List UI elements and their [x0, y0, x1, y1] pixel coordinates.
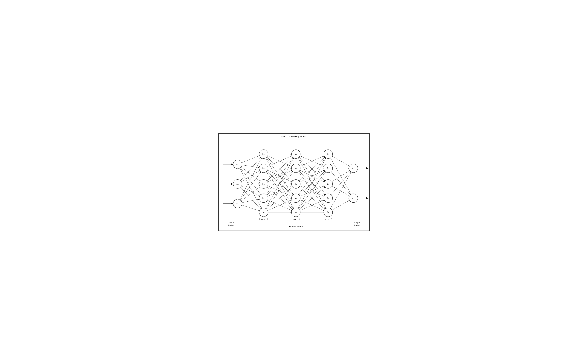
svg-text:bₖ: bₖ [262, 197, 265, 199]
svg-text:b₁: b₁ [262, 153, 265, 155]
svg-line-7 [242, 156, 260, 162]
svg-line-72 [332, 156, 349, 166]
svg-text:Layer k: Layer k [292, 218, 300, 221]
svg-text:l₃: l₃ [327, 183, 329, 185]
svg-text:nₖ: nₖ [352, 167, 355, 169]
svg-text:k₂: k₂ [295, 167, 297, 169]
diagram-container: Deep Learning Model a₁aₖaₓb₁b₂b₃bₖbᵧk₁k₂… [218, 133, 370, 231]
svg-line-20 [242, 199, 259, 202]
svg-text:nᵥ: nᵥ [352, 197, 355, 199]
svg-line-21 [242, 205, 260, 211]
svg-line-81 [332, 200, 349, 210]
svg-text:a₁: a₁ [236, 163, 239, 165]
svg-text:Output: Output [354, 221, 361, 224]
svg-text:Layer l: Layer l [324, 218, 333, 221]
svg-text:Nodes: Nodes [228, 224, 234, 227]
svg-text:b₂: b₂ [262, 167, 265, 169]
svg-line-17 [240, 158, 261, 200]
svg-line-76 [332, 170, 350, 182]
svg-text:b₃: b₃ [262, 183, 265, 185]
svg-text:Nodes: Nodes [354, 224, 360, 227]
neural-network-diagram: a₁aₖaₓb₁b₂b₃bₖbᵧk₁k₂k₃kₖkᵩl₁l₂l₃lₖlᵰnₖnᵥ… [219, 134, 369, 231]
svg-text:k₁: k₁ [295, 153, 297, 155]
svg-text:lᵰ: lᵰ [327, 211, 329, 213]
svg-line-19 [241, 187, 260, 201]
svg-text:bᵧ: bᵧ [263, 211, 265, 213]
svg-line-12 [241, 157, 261, 181]
svg-text:Input: Input [228, 221, 234, 224]
svg-text:k₃: k₃ [295, 183, 297, 185]
svg-text:aₖ: aₖ [236, 183, 239, 185]
svg-text:kₖ: kₖ [295, 197, 297, 199]
svg-text:l₁: l₁ [327, 153, 329, 155]
svg-text:Hidden Nodes: Hidden Nodes [288, 226, 303, 228]
svg-line-80 [330, 172, 351, 208]
svg-text:Layer 1: Layer 1 [259, 218, 268, 221]
svg-line-13 [241, 170, 260, 182]
svg-line-77 [332, 186, 349, 196]
svg-text:lₖ: lₖ [327, 197, 329, 199]
svg-text:kᵩ: kᵩ [295, 211, 297, 213]
svg-text:l₂: l₂ [327, 167, 329, 169]
svg-text:aₓ: aₓ [236, 202, 239, 205]
